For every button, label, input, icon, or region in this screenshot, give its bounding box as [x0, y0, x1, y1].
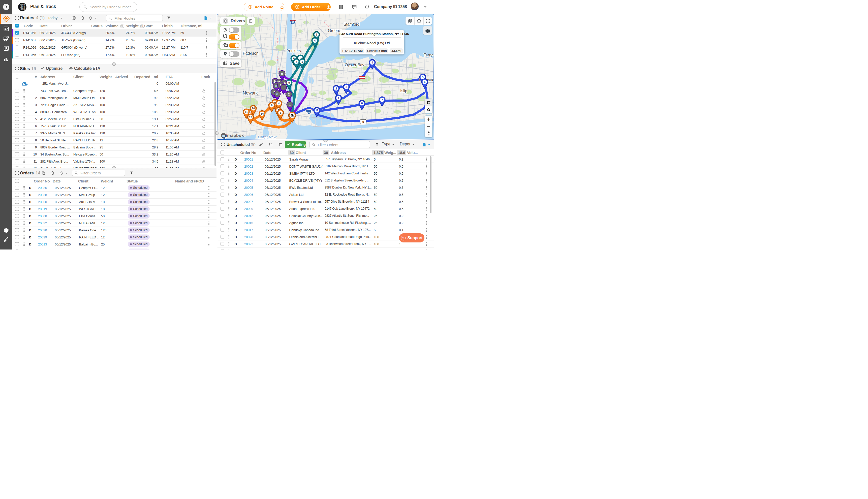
svg-text:14: 14	[260, 112, 264, 115]
svg-text:8: 8	[271, 104, 273, 107]
svg-text:7: 7	[381, 98, 383, 101]
svg-text:5: 5	[422, 76, 424, 78]
svg-text:0: 0	[363, 120, 364, 124]
svg-text:Newark: Newark	[243, 90, 258, 96]
svg-text:1: 1	[338, 97, 340, 99]
svg-text:8: 8	[361, 102, 363, 105]
svg-text:87: 87	[292, 21, 294, 24]
svg-text:Paterson: Paterson	[243, 51, 258, 56]
svg-text:3: 3	[316, 33, 317, 36]
svg-text:2: 2	[288, 93, 290, 96]
svg-text:9: 9	[281, 72, 283, 76]
svg-text:Islip: Islip	[400, 89, 407, 93]
svg-text:1: 1	[289, 103, 291, 107]
svg-text:678: 678	[307, 111, 310, 113]
svg-text:9: 9	[288, 81, 290, 84]
svg-text:Oyster Bay: Oyster Bay	[345, 63, 364, 67]
svg-text:Yonkers: Yonkers	[287, 49, 301, 53]
svg-text:4: 4	[278, 102, 280, 105]
svg-text:12: 12	[249, 116, 252, 119]
svg-text:Lower New: Lower New	[258, 135, 277, 139]
svg-text:1: 1	[280, 111, 282, 114]
svg-text:4: 4	[314, 39, 316, 42]
svg-text:6: 6	[424, 81, 425, 83]
svg-text:7: 7	[296, 60, 297, 63]
svg-text:4: 4	[371, 61, 373, 64]
svg-text:11: 11	[245, 110, 248, 113]
svg-text:11: 11	[315, 109, 319, 112]
svg-text:6: 6	[276, 92, 278, 96]
svg-text:2: 2	[335, 87, 337, 90]
svg-text:Stamford: Stamford	[343, 22, 359, 26]
svg-text:Terryvil: Terryvil	[424, 53, 433, 57]
svg-text:1: 1	[302, 60, 303, 63]
svg-text:10: 10	[252, 107, 255, 110]
svg-text:3: 3	[345, 85, 347, 88]
svg-text:8: 8	[275, 84, 277, 88]
